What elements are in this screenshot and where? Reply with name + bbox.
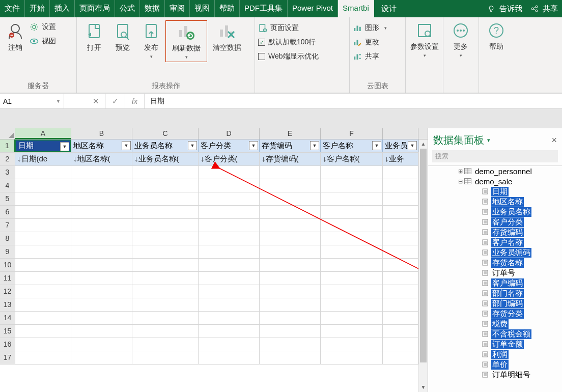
cell[interactable]	[321, 219, 383, 232]
tree-field[interactable]: 单价	[430, 359, 560, 370]
open-button[interactable]: 打开	[80, 20, 108, 52]
cell[interactable]	[199, 166, 260, 179]
row-header[interactable]: 16	[0, 338, 15, 351]
cell[interactable]	[383, 325, 418, 338]
cell[interactable]	[383, 179, 418, 192]
table-binding-cell[interactable]: ↓业务员名称(	[132, 153, 199, 165]
row-header[interactable]: 17	[0, 351, 15, 364]
cell[interactable]	[71, 166, 132, 179]
table-binding-cell[interactable]: ↓存货编码(	[260, 153, 321, 165]
tree-label[interactable]: 客户分类	[491, 217, 524, 227]
row-header[interactable]: 13	[0, 298, 15, 311]
cell[interactable]	[383, 232, 418, 245]
cell[interactable]	[199, 325, 260, 338]
refresh-data-button[interactable]: 刷新数据	[165, 20, 207, 62]
cell[interactable]	[321, 351, 383, 364]
tree-field[interactable]: 存货分类	[430, 309, 560, 319]
close-panel-button[interactable]: ×	[551, 135, 557, 146]
cell[interactable]	[71, 232, 132, 245]
cell[interactable]	[15, 272, 71, 285]
tree-field[interactable]: 部门名称	[430, 288, 560, 298]
tab-insert[interactable]: 插入	[50, 0, 75, 17]
vertical-scrollbar[interactable]: ▲ ▼	[418, 139, 428, 392]
row-header[interactable]: 4	[0, 179, 15, 192]
table-header-cell[interactable]: 客户名称▼	[321, 139, 383, 152]
cell[interactable]	[132, 179, 199, 192]
cell[interactable]	[132, 259, 199, 271]
cell[interactable]	[71, 338, 132, 351]
tab-layout[interactable]: 页面布局	[75, 0, 115, 17]
tree-field[interactable]: 客户分类	[430, 217, 560, 227]
formula-input[interactable]: 日期	[145, 94, 562, 108]
cell[interactable]	[383, 272, 418, 285]
tree-field[interactable]: 订单明细号	[430, 370, 560, 380]
tree-field[interactable]: 订单金额	[430, 339, 560, 349]
cell[interactable]	[383, 338, 418, 351]
cell[interactable]	[71, 285, 132, 298]
cell[interactable]	[321, 285, 383, 298]
cell[interactable]	[260, 272, 321, 285]
cell[interactable]	[321, 166, 383, 179]
tree-label[interactable]: 业务员编码	[491, 248, 531, 258]
tree-dataset[interactable]: ⊟demo_sale	[430, 176, 560, 186]
tab-review[interactable]: 审阅	[165, 0, 190, 17]
cell[interactable]	[15, 312, 71, 324]
cell[interactable]	[383, 259, 418, 271]
cell[interactable]	[15, 206, 71, 218]
cell[interactable]	[132, 325, 199, 338]
tell-me[interactable]: 告诉我	[499, 4, 522, 14]
cancel-formula-button[interactable]: ✕	[87, 94, 106, 108]
cell[interactable]	[71, 351, 132, 364]
table-binding-cell[interactable]: ↓日期(de	[15, 153, 71, 165]
page-setup-button[interactable]: 页面设置	[258, 22, 346, 34]
tab-home[interactable]: 开始	[25, 0, 50, 17]
cell[interactable]	[199, 298, 260, 311]
table-header-cell[interactable]: 存货编码▼	[260, 139, 321, 152]
cell[interactable]	[132, 245, 199, 258]
row-header[interactable]: 12	[0, 285, 15, 298]
cell[interactable]	[15, 285, 71, 298]
filter-dropdown-icon[interactable]: ▼	[60, 142, 69, 151]
tree-field[interactable]: 部门编码	[430, 298, 560, 309]
cell[interactable]	[199, 285, 260, 298]
tree-field[interactable]: 存货名称	[430, 258, 560, 268]
cell[interactable]	[132, 312, 199, 324]
cell[interactable]	[260, 179, 321, 192]
cell[interactable]	[199, 351, 260, 364]
tree-field[interactable]: 利润	[430, 349, 560, 359]
cell[interactable]	[71, 312, 132, 324]
cell[interactable]	[383, 298, 418, 311]
tree-label[interactable]: 订单明细号	[491, 370, 531, 380]
tree-field[interactable]: 税费	[430, 319, 560, 329]
cell[interactable]	[260, 206, 321, 218]
confirm-formula-button[interactable]: ✓	[106, 94, 125, 108]
tree-label[interactable]: 客户名称	[491, 238, 524, 247]
row-header[interactable]: 14	[0, 312, 15, 324]
cell[interactable]	[132, 298, 199, 311]
row-header[interactable]: 7	[0, 219, 15, 232]
filter-dropdown-icon[interactable]: ▼	[188, 141, 197, 150]
cell[interactable]	[71, 272, 132, 285]
tree-label[interactable]: 存货编码	[491, 228, 524, 237]
viewmode-button[interactable]: 视图	[30, 36, 56, 47]
dataset-tree[interactable]: ⊞demo_personnel⊟demo_sale日期地区名称业务员名称客户分类…	[428, 165, 562, 392]
row-header[interactable]: 2	[0, 153, 15, 165]
cell[interactable]	[383, 245, 418, 258]
tree-label[interactable]: 日期	[491, 187, 509, 197]
cell[interactable]	[260, 192, 321, 205]
settings-button[interactable]: 设置	[30, 21, 56, 33]
tab-data[interactable]: 数据	[140, 0, 165, 17]
name-box-input[interactable]	[3, 97, 54, 105]
cell[interactable]	[132, 219, 199, 232]
table-binding-cell[interactable]: ↓客户分类(	[199, 153, 260, 165]
cell[interactable]	[199, 245, 260, 258]
cell[interactable]	[260, 245, 321, 258]
help-button[interactable]: ? 帮助	[482, 21, 511, 51]
share-chart-button[interactable]: 共享	[353, 51, 402, 62]
cell[interactable]	[199, 206, 260, 218]
cell[interactable]	[260, 232, 321, 245]
tree-label[interactable]: 客户编码	[491, 278, 524, 288]
tab-file[interactable]: 文件	[0, 0, 25, 17]
cell[interactable]	[199, 338, 260, 351]
tab-smartbi[interactable]: Smartbi	[338, 0, 374, 17]
